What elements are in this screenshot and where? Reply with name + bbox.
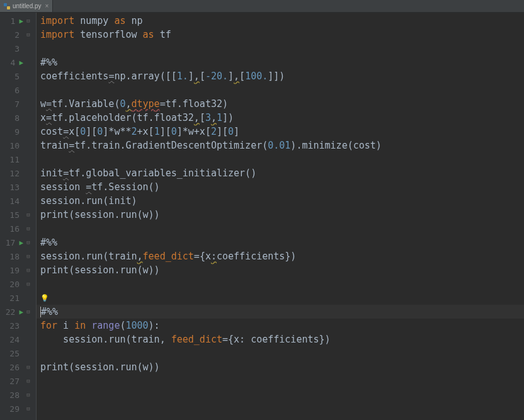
gutter: 1▶⊟2⊟34▶56789101112131415⊟16⊟17▶⊟18⊟19⊟2… bbox=[0, 13, 37, 420]
gutter-row: 6 bbox=[0, 83, 36, 97]
gutter-row: 24 bbox=[0, 332, 36, 346]
gutter-row: 13 bbox=[0, 180, 36, 194]
gutter-row: 8 bbox=[0, 111, 36, 125]
close-icon[interactable]: × bbox=[45, 3, 49, 9]
fold-icon[interactable]: ⊟ bbox=[26, 18, 30, 24]
gutter-row: 21 bbox=[0, 291, 36, 305]
code-line[interactable]: for i in range(1000): bbox=[37, 319, 524, 332]
code-line[interactable]: print(session.run(w)) bbox=[37, 360, 524, 374]
line-number: 28 bbox=[6, 390, 20, 400]
line-number: 6 bbox=[6, 86, 20, 95]
fold-icon[interactable]: ⊟ bbox=[26, 378, 30, 384]
line-number: 13 bbox=[6, 183, 20, 192]
line-number: 11 bbox=[6, 155, 20, 164]
line-number: 4 bbox=[1, 58, 15, 67]
code-line[interactable]: session =tf.Session() bbox=[37, 180, 524, 194]
line-number: 21 bbox=[6, 293, 20, 303]
run-cell-icon[interactable]: ▶ bbox=[19, 59, 23, 67]
line-number: 2 bbox=[6, 30, 20, 40]
line-number: 22 bbox=[1, 307, 15, 317]
gutter-row: 10 bbox=[0, 139, 36, 152]
line-number: 3 bbox=[6, 44, 20, 54]
line-number: 24 bbox=[6, 335, 20, 344]
code-line[interactable]: 💡 bbox=[37, 291, 524, 305]
fold-icon[interactable]: ⊟ bbox=[26, 212, 30, 218]
line-number: 16 bbox=[6, 224, 20, 234]
code-line[interactable] bbox=[37, 277, 524, 291]
code-line[interactable]: print(session.run(w)) bbox=[37, 263, 524, 277]
line-number: 15 bbox=[6, 210, 20, 220]
editor-tab[interactable]: untitled.py × bbox=[0, 0, 53, 12]
code-line[interactable] bbox=[37, 83, 524, 97]
gutter-row: 20⊟ bbox=[0, 277, 36, 291]
fold-icon[interactable]: ⊟ bbox=[26, 309, 30, 315]
code-line[interactable]: session.run(train,feed_dict={x:coefficie… bbox=[37, 249, 524, 263]
tab-bar: untitled.py × bbox=[0, 0, 524, 13]
gutter-row: 4▶ bbox=[0, 55, 36, 69]
intention-bulb-icon[interactable]: 💡 bbox=[40, 294, 49, 302]
code-line[interactable]: import tensorflow as tf bbox=[37, 28, 524, 42]
gutter-row: 3 bbox=[0, 42, 36, 55]
run-cell-icon[interactable]: ▶ bbox=[19, 239, 23, 247]
gutter-row: 15⊟ bbox=[0, 208, 36, 222]
gutter-row: 18⊟ bbox=[0, 249, 36, 263]
gutter-row: 26⊟ bbox=[0, 360, 36, 374]
line-number: 20 bbox=[6, 280, 20, 289]
run-cell-icon[interactable]: ▶ bbox=[19, 308, 23, 316]
code-line[interactable]: x=tf.placeholder(tf.float32,[3,1]) bbox=[37, 111, 524, 125]
code-line[interactable] bbox=[37, 42, 524, 55]
line-number: 18 bbox=[6, 252, 20, 261]
fold-icon[interactable]: ⊟ bbox=[26, 365, 30, 370]
line-number: 26 bbox=[6, 363, 20, 372]
fold-icon[interactable]: ⊟ bbox=[26, 406, 30, 412]
code-line[interactable]: session.run(train, feed_dict={x: coeffic… bbox=[37, 332, 524, 346]
gutter-row: 22▶⊟ bbox=[0, 305, 36, 319]
gutter-row: 28⊟ bbox=[0, 388, 36, 402]
code-line[interactable]: import numpy as np bbox=[37, 14, 524, 28]
gutter-row: 7 bbox=[0, 97, 36, 111]
code-area[interactable]: import numpy as npimport tensorflow as t… bbox=[37, 13, 524, 420]
gutter-row: 11 bbox=[0, 152, 36, 166]
code-line[interactable]: #%% bbox=[37, 236, 524, 249]
fold-icon[interactable]: ⊟ bbox=[26, 32, 30, 38]
gutter-row: 19⊟ bbox=[0, 263, 36, 277]
gutter-row: 29⊟ bbox=[0, 402, 36, 416]
code-line[interactable] bbox=[37, 346, 524, 360]
line-number: 14 bbox=[6, 196, 20, 206]
code-line[interactable] bbox=[37, 222, 524, 236]
code-line[interactable] bbox=[37, 388, 524, 402]
line-number: 29 bbox=[6, 404, 20, 414]
code-line[interactable]: #%% bbox=[37, 55, 524, 69]
line-number: 12 bbox=[6, 169, 20, 178]
code-line[interactable]: train=tf.train.GradientDescentOptimizer(… bbox=[37, 139, 524, 152]
tab-filename: untitled.py bbox=[13, 3, 42, 9]
code-line[interactable]: coefficients=np.array([[1.],[-20.],[100.… bbox=[37, 69, 524, 83]
code-line[interactable]: cost=x[0][0]*w**2+x[1][0]*w+x[2][0] bbox=[37, 125, 524, 139]
gutter-row: 25 bbox=[0, 346, 36, 360]
code-line[interactable]: print(session.run(w)) bbox=[37, 208, 524, 222]
code-line[interactable]: session.run(init) bbox=[37, 194, 524, 208]
gutter-row: 2⊟ bbox=[0, 28, 36, 42]
code-line[interactable] bbox=[37, 402, 524, 416]
fold-icon[interactable]: ⊟ bbox=[26, 254, 30, 259]
line-number: 17 bbox=[1, 238, 15, 247]
code-line[interactable] bbox=[37, 152, 524, 166]
line-number: 5 bbox=[6, 72, 20, 81]
code-line[interactable]: init=tf.global_variables_initializer() bbox=[37, 166, 524, 180]
code-line[interactable]: #%% bbox=[37, 305, 524, 319]
gutter-row: 16⊟ bbox=[0, 222, 36, 236]
line-number: 1 bbox=[1, 16, 15, 26]
fold-icon[interactable]: ⊟ bbox=[26, 240, 30, 246]
line-number: 8 bbox=[6, 113, 20, 123]
gutter-row: 14 bbox=[0, 194, 36, 208]
code-line[interactable] bbox=[37, 374, 524, 388]
run-cell-icon[interactable]: ▶ bbox=[19, 17, 23, 25]
fold-icon[interactable]: ⊟ bbox=[26, 281, 30, 287]
code-line[interactable]: w=tf.Variable(0,dtype=tf.float32) bbox=[37, 97, 524, 111]
line-number: 27 bbox=[6, 377, 20, 386]
fold-icon[interactable]: ⊟ bbox=[26, 268, 30, 273]
gutter-row: 5 bbox=[0, 69, 36, 83]
fold-icon[interactable]: ⊟ bbox=[26, 226, 30, 232]
fold-icon[interactable]: ⊟ bbox=[26, 392, 30, 398]
gutter-row: 1▶⊟ bbox=[0, 14, 36, 28]
